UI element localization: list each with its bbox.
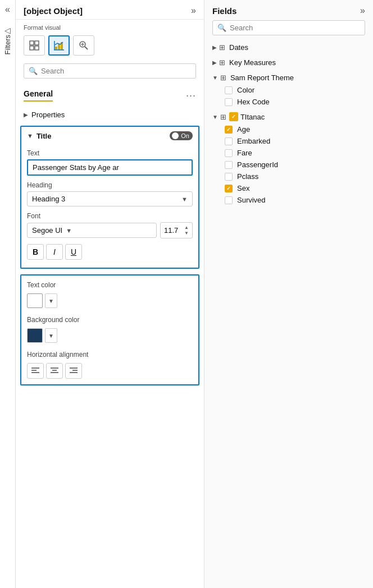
survived-field-name: Survived	[237, 196, 266, 204]
pclass-checkbox[interactable]	[225, 173, 233, 181]
viz-search-icon: 🔍	[29, 67, 38, 75]
viz-search-input[interactable]	[41, 67, 191, 75]
field-group-key-measures: ▶ ⊞ Key Measures	[204, 56, 373, 71]
format-icon-row	[16, 33, 204, 61]
field-group-sam-report-header[interactable]: ▼ ⊞ Sam Report Theme	[204, 71, 373, 84]
field-item-pclass: Pclass	[204, 171, 373, 182]
collapse-left-icon[interactable]: «	[5, 4, 10, 15]
font-size-up-icon[interactable]: ▲	[184, 225, 189, 230]
font-family-dropdown[interactable]: Segoe UI ▼	[27, 223, 157, 238]
text-color-label: Text color	[27, 281, 193, 289]
field-item-embarked: Embarked	[204, 135, 373, 147]
age-checkbox[interactable]	[225, 126, 233, 134]
toggle-knob	[172, 132, 179, 139]
hexcode-field-name: Hex Code	[237, 98, 270, 106]
title-label-row: ▼ Title	[27, 132, 51, 140]
fields-search-icon: 🔍	[217, 24, 226, 32]
font-family-chevron-icon: ▼	[66, 227, 72, 234]
properties-row[interactable]: ▶ Properties	[16, 107, 204, 122]
font-size-spinners[interactable]: ▲ ▼	[184, 225, 189, 236]
field-group-dates-header[interactable]: ▶ ⊞ Dates	[204, 41, 373, 54]
svg-rect-3	[35, 46, 39, 50]
title-text-input[interactable]	[27, 159, 193, 176]
viz-panel-expand-icon[interactable]: »	[191, 6, 196, 16]
color-checkbox[interactable]	[225, 86, 233, 94]
viz-search-box[interactable]: 🔍	[24, 63, 196, 79]
text-color-picker-row: ▼	[27, 293, 193, 308]
font-family-value: Segoe UI	[32, 226, 62, 235]
background-color-dropdown-btn[interactable]: ▼	[45, 328, 57, 343]
text-color-swatch[interactable]	[27, 293, 43, 308]
viz-panel-header: [object Object] »	[16, 0, 204, 20]
field-group-titanac-header[interactable]: ▼ ⊞ ✓ TItanac	[204, 110, 373, 123]
bold-button[interactable]: B	[27, 244, 44, 260]
back-arrow-icon[interactable]: ◁	[4, 26, 11, 35]
sex-field-name: Sex	[237, 184, 249, 192]
title-section-label: Title	[37, 132, 52, 140]
hexcode-checkbox[interactable]	[225, 98, 233, 106]
fields-panel-title: Fields	[212, 6, 236, 16]
fields-search-input[interactable]	[230, 24, 360, 32]
horizontal-alignment-label: Horizontal alignment	[27, 351, 193, 359]
chart-format-icon-btn[interactable]	[48, 35, 70, 56]
italic-button[interactable]: I	[46, 244, 63, 260]
titanac-group-name: TItanac	[240, 113, 265, 121]
fields-panel-expand-icon[interactable]: »	[360, 6, 365, 16]
general-underline	[24, 100, 53, 102]
text-color-dropdown-btn[interactable]: ▼	[45, 293, 57, 308]
visualizations-panel: [object Object] » Format visual	[16, 0, 204, 588]
title-section-content: Text Heading Heading 3 ▼ Font Segoe UI ▼…	[21, 145, 198, 268]
color-section: Text color ▼ Background color ▼ Horizont…	[20, 274, 199, 385]
title-section: ▼ Title On Text Heading Heading 3 ▼ Font…	[20, 126, 199, 269]
fare-field-name: Fare	[237, 149, 252, 157]
field-item-color: Color	[204, 84, 373, 96]
font-size-input[interactable]: 11.7 ▲ ▼	[160, 222, 193, 238]
title-chevron-icon[interactable]: ▼	[27, 132, 33, 139]
grid-view-icon-btn[interactable]	[24, 35, 45, 56]
general-more-icon[interactable]: ...	[186, 88, 196, 99]
underline-button[interactable]: U	[65, 244, 82, 260]
fields-search-box[interactable]: 🔍	[212, 20, 365, 35]
key-measures-group-name: Key Measures	[229, 58, 276, 67]
analytics-icon-btn[interactable]	[73, 35, 94, 56]
title-section-header: ▼ Title On	[21, 127, 198, 145]
sam-report-table-icon: ⊞	[220, 74, 226, 82]
font-size-value: 11.7	[164, 226, 178, 235]
viz-panel-title: [object Object]	[24, 6, 83, 16]
field-item-fare: Fare	[204, 147, 373, 159]
heading-field-label: Heading	[27, 181, 193, 189]
font-size-down-icon[interactable]: ▼	[184, 231, 189, 236]
sam-report-group-name: Sam Report Theme	[230, 74, 294, 82]
field-item-passengerid: PassengerId	[204, 159, 373, 171]
filters-tab-label[interactable]: Filters	[3, 35, 12, 54]
field-group-key-measures-header[interactable]: ▶ ⊞ Key Measures	[204, 56, 373, 69]
font-field-label: Font	[27, 212, 193, 220]
pclass-field-name: Pclass	[237, 172, 258, 181]
dates-chevron-icon: ▶	[212, 44, 217, 50]
general-section-title: General	[24, 89, 53, 98]
background-color-swatch[interactable]	[27, 328, 43, 343]
align-left-button[interactable]	[27, 363, 44, 379]
align-right-button[interactable]	[65, 363, 82, 379]
fields-panel-header: Fields »	[204, 0, 373, 20]
background-color-picker-row: ▼	[27, 328, 193, 343]
sam-report-chevron-icon: ▼	[212, 75, 218, 81]
svg-rect-2	[30, 46, 34, 50]
font-row: Segoe UI ▼ 11.7 ▲ ▼	[27, 222, 193, 238]
field-group-dates: ▶ ⊞ Dates	[204, 41, 373, 56]
title-toggle[interactable]: On	[170, 131, 193, 140]
field-item-sex: Sex	[204, 182, 373, 194]
fields-panel: Fields » 🔍 ▶ ⊞ Dates ▶ ⊞ Key Measures ▼ …	[204, 0, 373, 588]
color-field-name: Color	[237, 86, 254, 94]
sex-checkbox[interactable]	[225, 185, 233, 192]
field-item-age: Age	[204, 123, 373, 135]
passengerid-checkbox[interactable]	[225, 161, 233, 169]
embarked-checkbox[interactable]	[225, 137, 233, 145]
heading-dropdown[interactable]: Heading 3 ▼	[27, 191, 193, 206]
fare-checkbox[interactable]	[225, 149, 233, 157]
align-center-button[interactable]	[46, 363, 63, 379]
dates-group-name: Dates	[229, 43, 248, 52]
survived-checkbox[interactable]	[225, 196, 233, 204]
svg-rect-4	[55, 47, 57, 50]
heading-dropdown-chevron-icon: ▼	[181, 196, 188, 203]
